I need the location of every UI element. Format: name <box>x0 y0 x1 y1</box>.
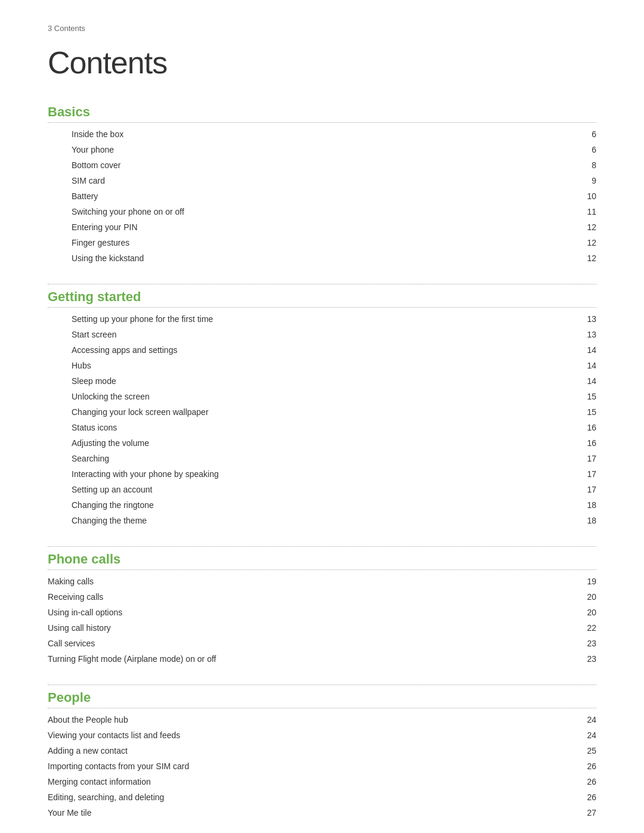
toc-page-number: 11 <box>578 207 596 216</box>
toc-page-number: 8 <box>578 160 596 170</box>
toc-page-number: 10 <box>578 191 596 201</box>
toc-page-number: 12 <box>578 222 596 232</box>
section-title-getting-started: Getting started <box>48 289 596 308</box>
toc-row: Finger gestures12 <box>48 235 596 250</box>
toc-label: Call services <box>48 639 578 648</box>
toc-row: Call services23 <box>48 636 596 651</box>
toc-label: Battery <box>72 191 578 201</box>
toc-row: Hubs14 <box>48 358 596 373</box>
toc-row: Sleep mode14 <box>48 373 596 389</box>
toc-label: Editing, searching, and deleting <box>48 792 578 802</box>
toc-row: Accessing apps and settings14 <box>48 342 596 358</box>
section-divider <box>48 284 596 284</box>
toc-row: Adding a new contact25 <box>48 743 596 758</box>
toc-page-number: 24 <box>578 715 596 724</box>
toc-page-number: 9 <box>578 176 596 185</box>
toc-page-number: 20 <box>578 608 596 617</box>
section-phone-calls: Phone callsMaking calls19Receiving calls… <box>48 552 596 667</box>
toc-page-number: 25 <box>578 746 596 755</box>
toc-page-number: 23 <box>578 654 596 664</box>
toc-row: Switching your phone on or off11 <box>48 204 596 219</box>
toc-row: Battery10 <box>48 188 596 204</box>
toc-label: Setting up an account <box>72 485 578 494</box>
toc-row: Using the kickstand12 <box>48 250 596 266</box>
section-title-basics: Basics <box>48 104 596 123</box>
toc-page-number: 26 <box>578 761 596 771</box>
toc-page-number: 20 <box>578 592 596 602</box>
toc-page-number: 19 <box>578 577 596 586</box>
toc-row: Bottom cover8 <box>48 157 596 173</box>
toc-row: Unlocking the screen15 <box>48 389 596 404</box>
toc-label: Accessing apps and settings <box>72 345 578 355</box>
toc-label: Interacting with your phone by speaking <box>72 469 578 479</box>
toc-row: Using in-call options20 <box>48 605 596 620</box>
toc-row: Setting up your phone for the first time… <box>48 311 596 327</box>
toc-label: Searching <box>72 454 578 463</box>
toc-label: Sleep mode <box>72 376 578 386</box>
toc-row: Searching17 <box>48 451 596 466</box>
toc-row: Viewing your contacts list and feeds24 <box>48 727 596 743</box>
toc-row: Your Me tile27 <box>48 805 596 820</box>
toc-page-number: 12 <box>578 253 596 263</box>
toc-label: Setting up your phone for the first time <box>72 314 578 324</box>
toc-page-number: 14 <box>578 376 596 386</box>
toc-row: Changing the theme18 <box>48 513 596 528</box>
toc-row: Using call history22 <box>48 620 596 636</box>
toc-row: Making calls19 <box>48 574 596 589</box>
toc-page-number: 24 <box>578 730 596 740</box>
toc-page-number: 16 <box>578 438 596 448</box>
section-getting-started: Getting startedSetting up your phone for… <box>48 289 596 528</box>
toc-page-number: 22 <box>578 623 596 633</box>
toc-label: About the People hub <box>48 715 578 724</box>
toc-page-number: 12 <box>578 238 596 247</box>
section-people: PeopleAbout the People hub24Viewing your… <box>48 690 596 820</box>
toc-label: Viewing your contacts list and feeds <box>48 730 578 740</box>
section-divider <box>48 685 596 685</box>
toc-label: Switching your phone on or off <box>72 207 578 216</box>
toc-row: Changing your lock screen wallpaper15 <box>48 404 596 420</box>
section-divider <box>48 546 596 547</box>
toc-row: Editing, searching, and deleting26 <box>48 789 596 805</box>
toc-page-number: 18 <box>578 516 596 525</box>
toc-label: Adjusting the volume <box>72 438 578 448</box>
toc-row: Your phone6 <box>48 142 596 157</box>
toc-label: Adding a new contact <box>48 746 578 755</box>
toc-page-number: 16 <box>578 423 596 432</box>
toc-label: Merging contact information <box>48 777 578 786</box>
toc-label: Receiving calls <box>48 592 578 602</box>
toc-row: Setting up an account17 <box>48 482 596 497</box>
toc-row: Adjusting the volume16 <box>48 435 596 451</box>
toc-page-number: 6 <box>578 129 596 139</box>
toc-label: Finger gestures <box>72 238 578 247</box>
toc-row: Receiving calls20 <box>48 589 596 605</box>
toc-label: Status icons <box>72 423 578 432</box>
toc-page-number: 26 <box>578 792 596 802</box>
toc-row: Changing the ringtone18 <box>48 497 596 513</box>
toc-page-number: 23 <box>578 639 596 648</box>
section-basics: BasicsInside the box6Your phone6Bottom c… <box>48 104 596 266</box>
toc-row: Interacting with your phone by speaking1… <box>48 466 596 482</box>
toc-label: Importing contacts from your SIM card <box>48 761 578 771</box>
toc-label: Inside the box <box>72 129 578 139</box>
toc-label: Using call history <box>48 623 578 633</box>
section-title-people: People <box>48 690 596 708</box>
toc-page-number: 6 <box>578 145 596 154</box>
toc-label: SIM card <box>72 176 578 185</box>
toc-row: Start screen13 <box>48 327 596 342</box>
toc-page-number: 17 <box>578 454 596 463</box>
toc-page-number: 14 <box>578 345 596 355</box>
toc-row: Turning Flight mode (Airplane mode) on o… <box>48 651 596 667</box>
toc-label: Hubs <box>72 361 578 370</box>
toc-row: SIM card9 <box>48 173 596 188</box>
toc-page-number: 14 <box>578 361 596 370</box>
toc-label: Start screen <box>72 330 578 339</box>
toc-page-number: 13 <box>578 314 596 324</box>
toc-row: Importing contacts from your SIM card26 <box>48 758 596 774</box>
toc-page-number: 15 <box>578 392 596 401</box>
toc-label: Changing the ringtone <box>72 500 578 510</box>
toc-row: Inside the box6 <box>48 126 596 142</box>
toc-label: Using the kickstand <box>72 253 578 263</box>
toc-row: Status icons16 <box>48 420 596 435</box>
page-title: Contents <box>48 45 596 80</box>
toc-label: Bottom cover <box>72 160 578 170</box>
